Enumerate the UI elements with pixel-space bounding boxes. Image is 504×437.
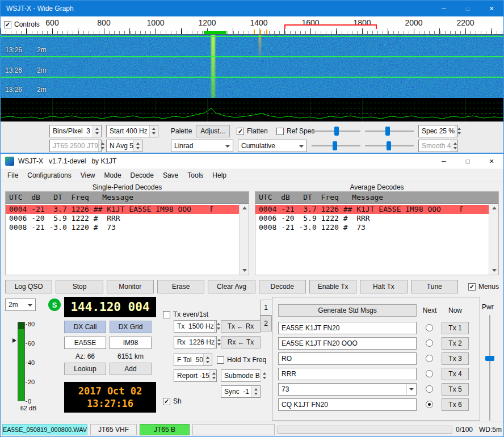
gain-slider[interactable] <box>312 125 360 137</box>
tune-button[interactable]: Tune <box>411 280 458 293</box>
maximize-icon[interactable]: □ <box>456 154 480 169</box>
zero-slider[interactable] <box>365 125 414 137</box>
monitor-button[interactable]: Monitor <box>107 280 154 293</box>
ref-spec-toggle[interactable]: Ref Spec <box>276 127 314 135</box>
tx1-next-radio[interactable] <box>426 324 433 331</box>
tx6-now-button[interactable]: Tx 6 <box>442 398 469 411</box>
jt65-jt9-split-spinbox[interactable]: JT65 2500 JT9 <box>49 140 102 152</box>
pwr-slider[interactable] <box>484 315 495 421</box>
spec-percent-spinbox[interactable]: Spec 25 % <box>418 125 458 137</box>
sh-checkbox[interactable]: ✓ <box>163 398 170 405</box>
menu-tools[interactable]: Tools <box>183 169 208 182</box>
menu-help[interactable]: Help <box>208 169 231 182</box>
tx6-next-radio[interactable] <box>426 401 433 408</box>
menu-view[interactable]: View <box>76 169 100 182</box>
tab-1[interactable]: 1 <box>260 300 272 316</box>
waterfall-display[interactable]: 13:26 2m 13:26 2m 13:26 2m <box>1 35 503 98</box>
menu-decode[interactable]: Decode <box>126 169 158 182</box>
menu-mode[interactable]: Mode <box>100 169 126 182</box>
decode-button[interactable]: Decode <box>259 280 306 293</box>
sync-spinbox[interactable]: Sync -1 <box>221 385 261 398</box>
smooth-spinbox[interactable]: Smooth 4 <box>418 140 458 152</box>
decode-row[interactable]: 0004 -21 3.7 1226 ## K1JT EA5SE IM98 OOO… <box>255 205 489 214</box>
spinner-arrows-icon[interactable] <box>455 125 457 137</box>
menu-configurations[interactable]: Configurations <box>23 169 75 182</box>
generate-std-msgs-button[interactable]: Generate Std Msgs <box>278 304 417 317</box>
close-icon[interactable]: ✕ <box>480 1 503 16</box>
slider-thumb[interactable] <box>333 141 337 150</box>
menus-checkbox[interactable]: ✓ <box>468 283 476 291</box>
display-mode-select[interactable]: Cumulative <box>238 140 307 152</box>
gain2-slider[interactable] <box>312 140 360 152</box>
decode-row[interactable]: 0008 -21 -3.0 1220 # 73 <box>255 223 489 232</box>
clear-avg-button[interactable]: Clear Avg <box>208 280 255 293</box>
dx-grid-field[interactable]: IM98 <box>110 337 152 349</box>
tx-from-rx-button[interactable]: Tx ← Rx <box>221 320 261 333</box>
tx4-now-button[interactable]: Tx 4 <box>442 368 469 380</box>
minimize-icon[interactable]: ─ <box>432 1 456 16</box>
tx2-message-field[interactable]: EA5SE K1JT FN20 OOO <box>278 337 417 350</box>
spinner-arrows-icon[interactable] <box>214 321 216 332</box>
spinner-arrows-icon[interactable] <box>98 140 101 152</box>
spinner-arrows-icon[interactable] <box>451 140 457 152</box>
spinner-arrows-icon[interactable] <box>209 370 216 381</box>
add-button[interactable]: Add <box>110 363 152 375</box>
chevron-down-icon[interactable] <box>26 299 35 310</box>
controls-checkbox[interactable]: ✓ <box>4 21 11 28</box>
decode-list[interactable]: 0004 -21 3.7 1226 ## K1JT EA5SE IM98 OOO… <box>255 204 489 275</box>
spinner-arrows-icon[interactable] <box>260 370 261 381</box>
controls-toggle[interactable]: ✓ Controls <box>4 20 43 28</box>
halt-tx-button[interactable]: Halt Tx <box>360 280 407 293</box>
erase-button[interactable]: Erase <box>157 280 204 293</box>
tx6-message-field[interactable]: CQ K1JT FN20 <box>278 398 417 411</box>
spinner-arrows-icon[interactable] <box>251 386 260 397</box>
tx1-message-field[interactable]: EA5SE K1JT FN20 <box>278 322 417 334</box>
menu-save[interactable]: Save <box>158 169 183 182</box>
frequency-ruler[interactable]: ✓ Controls 600 800 1000 1200 1400 1600 1… <box>1 16 503 35</box>
lookup-button[interactable]: Lookup <box>64 363 106 375</box>
bins-per-pixel-spinbox[interactable]: Bins/Pixel 3 <box>49 125 102 137</box>
tx4-message-field[interactable]: RRR <box>278 368 417 380</box>
close-icon[interactable]: ✕ <box>480 154 503 169</box>
dx-grid-button[interactable]: DX Grid <box>110 321 152 333</box>
decode-row[interactable]: 0006 -20 5.9 1222 # RRR <box>6 214 239 223</box>
log-qso-button[interactable]: Log QSO <box>5 280 52 293</box>
tx5-now-button[interactable]: Tx 5 <box>442 383 469 396</box>
hold-tx-freq-checkbox[interactable] <box>217 356 224 364</box>
tab-2[interactable]: 2 <box>260 316 272 331</box>
enable-tx-button[interactable]: Enable Tx <box>309 280 356 293</box>
ref-spec-checkbox[interactable] <box>276 128 284 135</box>
spinner-arrows-icon[interactable] <box>149 125 158 137</box>
flatten-checkbox[interactable]: ✓ <box>237 128 244 135</box>
rx-freq-spinbox[interactable]: Rx 1226 Hz <box>174 336 217 348</box>
slider-thumb[interactable] <box>485 356 494 361</box>
f-tol-spinbox[interactable]: F Tol 50 <box>174 354 212 366</box>
chevron-down-icon[interactable] <box>297 140 306 152</box>
tx-even-checkbox[interactable] <box>163 311 170 318</box>
chevron-down-icon[interactable] <box>406 384 416 395</box>
rx-from-tx-button[interactable]: Rx ← Tx <box>221 336 261 348</box>
slider-thumb[interactable] <box>334 127 339 136</box>
decode-row[interactable]: 0006 -20 5.9 1222 # RRR <box>255 214 489 223</box>
tx-freq-spinbox[interactable]: Tx 1500 Hz <box>174 320 217 333</box>
maximize-icon[interactable]: □ <box>456 1 480 16</box>
tx2-next-radio[interactable] <box>426 339 433 347</box>
tx5-next-radio[interactable] <box>426 385 433 393</box>
decode-row[interactable]: 0004 -21 3.7 1226 ## K1JT EA5SE IM98 OOO… <box>6 205 239 214</box>
stop-button[interactable]: Stop <box>56 280 103 293</box>
palette-select[interactable]: Linrad <box>171 140 233 152</box>
tx4-next-radio[interactable] <box>426 370 433 377</box>
tx3-next-radio[interactable] <box>426 355 433 362</box>
vertical-scrollbar[interactable] <box>239 204 249 275</box>
report-spinbox[interactable]: Report -15 <box>174 369 217 382</box>
n-avg-spinbox[interactable]: N Avg 5 <box>106 140 142 152</box>
tx2-now-button[interactable]: Tx 2 <box>442 337 469 350</box>
tx1-now-button[interactable]: Tx 1 <box>442 322 469 334</box>
spinner-arrows-icon[interactable] <box>215 337 216 348</box>
decode-row[interactable]: 0008 -21 -3.0 1220 # 73 <box>6 223 239 232</box>
spectrum-display[interactable] <box>1 98 503 121</box>
slider-thumb[interactable] <box>385 127 390 136</box>
band-select[interactable]: 2m <box>5 299 36 311</box>
hold-tx-freq-toggle[interactable]: Hold Tx Freq <box>217 356 266 364</box>
spinner-arrows-icon[interactable] <box>203 354 212 365</box>
